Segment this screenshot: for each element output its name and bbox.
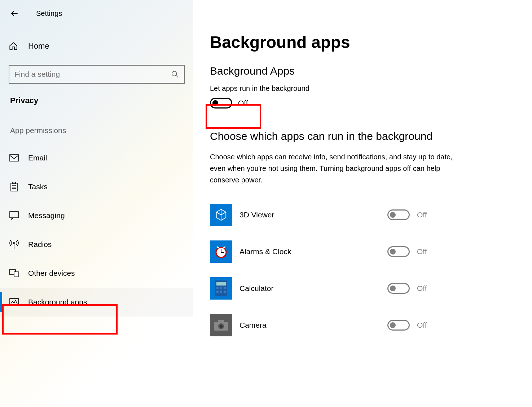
nav-messaging[interactable]: Messaging — [0, 201, 193, 230]
arrow-left-icon — [10, 9, 19, 18]
page-subtitle: Background Apps — [210, 65, 532, 77]
app-row-alarms-clock: Alarms & Clock Off — [210, 233, 532, 270]
svg-point-28 — [220, 325, 223, 328]
svg-rect-21 — [220, 287, 222, 289]
svg-rect-22 — [224, 287, 226, 289]
nav-background-apps[interactable]: Background apps — [0, 288, 193, 317]
app-name: Camera — [239, 321, 387, 329]
nav-radios[interactable]: Radios — [0, 230, 193, 259]
window-title: Settings — [36, 9, 62, 18]
app-toggle-alarms-clock[interactable] — [387, 246, 410, 257]
app-toggle-state: Off — [417, 321, 427, 329]
svg-rect-19 — [216, 282, 226, 286]
choose-heading: Choose which apps can run in the backgro… — [210, 130, 532, 142]
page-title: Background apps — [210, 32, 532, 52]
search-icon — [171, 70, 179, 78]
app-name: 3D Viewer — [239, 211, 387, 219]
nav-list: Email Tasks Messaging Radios Other devic… — [0, 143, 193, 317]
other-devices-icon — [9, 269, 19, 277]
home-label: Home — [28, 41, 49, 51]
nav-other-devices[interactable]: Other devices — [0, 259, 193, 288]
app-toggle-state: Off — [417, 211, 427, 219]
nav-label: Radios — [28, 240, 52, 249]
nav-label: Background apps — [28, 298, 87, 306]
svg-rect-29 — [218, 320, 224, 323]
nav-tasks[interactable]: Tasks — [0, 172, 193, 201]
svg-rect-20 — [216, 287, 219, 289]
app-name: Calculator — [239, 284, 387, 293]
svg-rect-23 — [216, 291, 219, 293]
svg-rect-8 — [10, 212, 18, 218]
svg-rect-13 — [10, 298, 18, 306]
nav-email[interactable]: Email — [0, 143, 193, 172]
search-input[interactable] — [14, 70, 171, 79]
nav-label: Tasks — [28, 182, 48, 191]
app-toggle-calculator[interactable] — [387, 283, 410, 294]
app-name: Alarms & Clock — [239, 247, 387, 256]
svg-rect-24 — [220, 291, 222, 293]
calculator-icon — [210, 277, 232, 300]
svg-point-9 — [13, 242, 15, 244]
master-toggle-state: Off — [238, 99, 248, 107]
app-toggle-state: Off — [417, 284, 427, 293]
camera-icon — [210, 314, 232, 336]
messaging-icon — [9, 211, 19, 220]
nav-label: Other devices — [28, 269, 75, 278]
3d-viewer-icon — [210, 204, 232, 226]
master-toggle-label: Let apps run in the background — [210, 84, 532, 93]
app-toggle-camera[interactable] — [387, 320, 410, 331]
email-icon — [9, 154, 19, 162]
back-button[interactable] — [7, 6, 22, 21]
home-icon — [9, 41, 18, 51]
nav-label: Messaging — [28, 211, 65, 220]
app-toggle-state: Off — [417, 247, 427, 256]
app-row-3d-viewer: 3D Viewer Off — [210, 196, 532, 233]
app-row-camera: Camera Off — [210, 307, 532, 344]
background-apps-icon — [9, 298, 19, 306]
tasks-icon — [10, 182, 18, 191]
category-heading: Privacy — [10, 96, 193, 105]
svg-rect-12 — [14, 272, 19, 277]
app-list: 3D Viewer Off Alarms & Clock Off Calcula… — [210, 196, 532, 344]
svg-line-1 — [176, 75, 178, 78]
app-row-calculator: Calculator Off — [210, 270, 532, 307]
choose-body: Choose which apps can receive info, send… — [210, 151, 455, 186]
home-nav[interactable]: Home — [0, 37, 193, 55]
nav-label: Email — [28, 154, 47, 162]
svg-rect-25 — [224, 291, 226, 293]
alarms-clock-icon — [210, 240, 232, 263]
master-toggle[interactable] — [210, 98, 232, 109]
app-toggle-3d-viewer[interactable] — [387, 209, 410, 220]
svg-rect-2 — [10, 155, 18, 161]
search-input-container[interactable] — [9, 65, 185, 84]
svg-point-0 — [172, 71, 177, 76]
section-heading: App permissions — [10, 126, 193, 135]
radios-icon — [9, 240, 19, 249]
